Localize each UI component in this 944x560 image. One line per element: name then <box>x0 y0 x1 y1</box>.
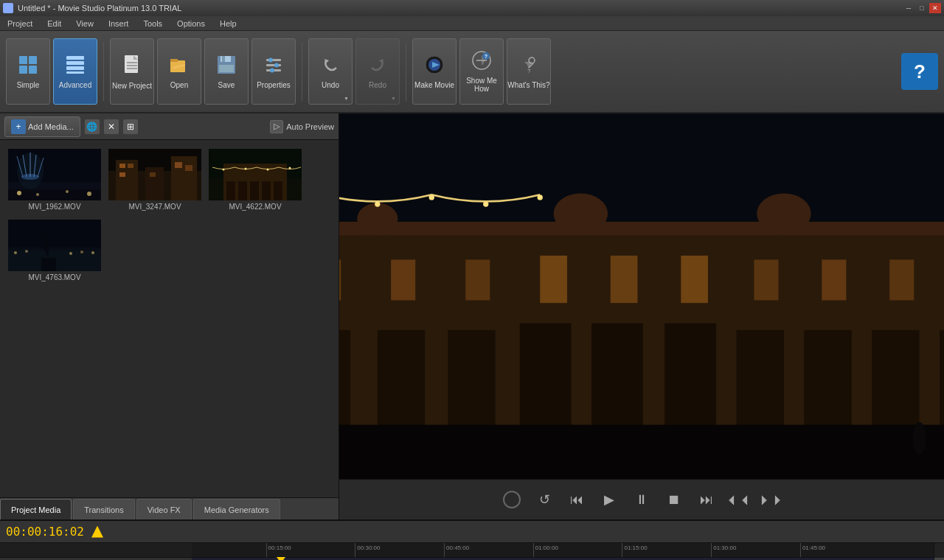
open-button[interactable]: Open <box>157 38 201 105</box>
goto-end-button[interactable]: ⏭ <box>693 486 720 513</box>
ruler-mark-4: 01:15:00 <box>622 543 647 557</box>
new-project-label: New Project <box>112 82 152 90</box>
minimize-button[interactable]: ─ <box>903 3 914 13</box>
svg-point-87 <box>357 203 398 235</box>
help-button[interactable]: ? <box>901 53 938 90</box>
close-button[interactable]: ✕ <box>929 3 941 13</box>
advanced-button[interactable]: Advanced <box>53 38 97 105</box>
track-labels: 1 T Text ⇕ ○ ⚠ 🎞 2 ▶ Video <box>0 543 192 560</box>
v-scrollbar[interactable] <box>934 543 944 560</box>
menu-view[interactable]: View <box>73 18 97 29</box>
record-button[interactable] <box>499 486 525 513</box>
simple-label: Simple <box>17 81 40 89</box>
ruler-spacer <box>0 543 192 558</box>
make-movie-button[interactable]: Make Movie <box>412 38 457 105</box>
save-button[interactable]: Save <box>204 38 249 105</box>
tab-video-fx[interactable]: Video FX <box>136 499 192 519</box>
svg-rect-7 <box>66 71 84 74</box>
show-me-how-button[interactable]: ? Show Me How <box>459 38 504 105</box>
play-button[interactable]: ▶ <box>596 486 622 513</box>
maximize-button[interactable]: □ <box>916 3 928 13</box>
svg-text:?: ? <box>485 54 487 59</box>
make-movie-icon <box>424 55 445 78</box>
timeline-area: 00:00:16:02 1 T Text ⇕ ○ ⚠ 🎞 <box>0 519 944 560</box>
rewind-button[interactable]: ↺ <box>531 486 558 513</box>
preview-controls: ↺ ⏮ ▶ ⏸ ⏹ ⏭ ⏴⏴ ⏵⏵ <box>339 479 944 519</box>
svg-rect-58 <box>128 164 133 168</box>
playhead-marker-icon <box>91 526 103 538</box>
svg-text:?: ? <box>527 68 531 74</box>
svg-rect-105 <box>391 259 415 300</box>
ruler-mark-6: 01:45:00 <box>800 543 825 557</box>
media-item-mv4763[interactable]: MVI_4763.MOV <box>7 218 102 283</box>
refresh-button[interactable]: 🌐 <box>85 119 100 134</box>
thumb-mv1962-svg <box>8 149 101 200</box>
app-icon <box>3 3 13 13</box>
goto-start-button[interactable]: ⏮ <box>563 486 590 513</box>
thumb-mv4622-svg <box>209 149 302 200</box>
svg-point-35 <box>529 57 535 63</box>
next-frame-button[interactable]: ⏵⏵ <box>758 486 785 513</box>
media-item-mv3247[interactable]: MVI_3247.MOV <box>108 147 202 212</box>
svg-rect-68 <box>250 181 259 200</box>
media-item-mv4622-label: MVI_4622.MOV <box>229 203 281 211</box>
timeline-ruler[interactable]: 00:15:00 00:30:00 00:45:00 01:00:00 01:1… <box>192 543 934 558</box>
show-me-how-icon: ? <box>471 50 492 74</box>
svg-rect-57 <box>119 164 125 168</box>
svg-rect-55 <box>145 167 164 200</box>
svg-rect-18 <box>222 56 225 62</box>
simple-button[interactable]: Simple <box>6 38 50 105</box>
media-item-mv1962[interactable]: MVI_1962.MOV <box>7 147 102 212</box>
svg-point-81 <box>80 251 83 253</box>
menu-edit[interactable]: Edit <box>44 18 64 29</box>
arrow-select-icon: ▷ <box>270 120 283 133</box>
menu-options[interactable]: Options <box>174 18 208 29</box>
redo-button[interactable]: Redo <box>355 38 400 105</box>
remove-button[interactable]: ✕ <box>104 119 119 134</box>
new-project-button[interactable]: New Project <box>110 38 154 105</box>
media-item-mv4622[interactable]: MVI_4622.MOV <box>208 147 302 212</box>
svg-rect-2 <box>19 66 27 74</box>
show-me-how-label: Show Me How <box>460 77 503 93</box>
undo-label: Undo <box>322 81 339 89</box>
toolbar-sep-1 <box>103 42 104 101</box>
properties-icon <box>263 55 284 78</box>
tab-media-generators[interactable]: Media Generators <box>193 499 280 519</box>
menu-help[interactable]: Help <box>217 18 240 29</box>
titlebar-controls[interactable]: ─ □ ✕ <box>903 3 941 13</box>
svg-point-82 <box>91 251 94 254</box>
svg-rect-19 <box>219 65 234 72</box>
tab-transitions[interactable]: Transitions <box>73 499 134 519</box>
svg-rect-104 <box>339 259 341 300</box>
stop-button[interactable]: ⏹ <box>661 486 687 513</box>
svg-rect-67 <box>238 181 247 200</box>
properties-button[interactable]: Properties <box>251 38 296 105</box>
svg-rect-14 <box>170 59 178 62</box>
svg-rect-110 <box>754 259 778 300</box>
add-media-button[interactable]: + Add Media... <box>4 116 80 137</box>
media-thumb-mv3247-img <box>108 149 201 200</box>
media-thumb-mv4763-img <box>8 220 101 271</box>
menu-project[interactable]: Project <box>4 18 35 29</box>
svg-point-139 <box>483 201 488 206</box>
svg-rect-3 <box>29 66 37 74</box>
preview-video <box>339 113 944 479</box>
tab-project-media[interactable]: Project Media <box>0 499 72 519</box>
tabs-row: Project Media Transitions Video FX Media… <box>0 497 339 519</box>
titlebar: Untitled * - Movie Studio Platinum 13.0 … <box>0 0 944 16</box>
svg-point-79 <box>25 250 28 253</box>
undo-button[interactable]: Undo <box>308 38 353 105</box>
prev-frame-button[interactable]: ⏴⏴ <box>726 486 752 513</box>
pause-button[interactable]: ⏸ <box>628 486 655 513</box>
menu-insert[interactable]: Insert <box>105 18 132 29</box>
whats-this-button[interactable]: ? What's This? <box>507 38 551 105</box>
svg-rect-54 <box>116 160 138 200</box>
svg-point-140 <box>538 195 543 200</box>
menu-tools[interactable]: Tools <box>140 18 165 29</box>
svg-rect-66 <box>226 181 235 200</box>
new-project-icon <box>122 54 142 79</box>
ruler-mark-2: 00:45:00 <box>444 543 469 557</box>
thumb-mv3247-svg <box>108 149 201 200</box>
svg-rect-106 <box>465 259 490 300</box>
view-button[interactable]: ⊞ <box>123 119 138 134</box>
